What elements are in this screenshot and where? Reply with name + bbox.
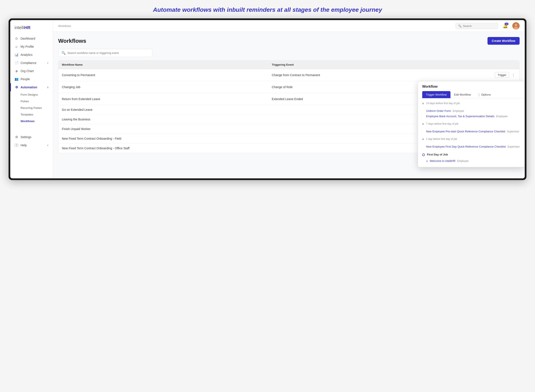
workflow-name: New Fixed Term Contract Onboarding - Fie… [62,137,272,140]
sidebar-item-my-profile[interactable]: ☺ My Profile [10,42,53,51]
search-input[interactable] [463,24,495,28]
app-frame: intelliHR ⊙ Dashboard ☺ My Profile 📊 Ana… [9,19,526,180]
sidebar-item-workflows[interactable]: Workflows [10,118,53,125]
topbar-search[interactable]: 🔍 [455,23,498,29]
timeline-item-role: Supervisor [507,145,520,148]
popup-tabs: Trigger Workflow Edit Workflow ⋮ Options [418,91,525,98]
topbar: Workflows 🔍 🔔 14 [53,20,525,32]
workflow-name: Converting to Permanent [62,73,272,77]
more-options-button[interactable]: ⋮ [511,73,516,77]
timeline-section-1day: 1 day before first day of job New Employ… [422,138,520,149]
workflow-search-icon: 🔍 [62,51,66,55]
tab-options[interactable]: ⋮ Options [475,91,494,98]
sidebar-item-recurring-pulses[interactable]: Recurring Pulses [10,105,53,111]
sidebar-item-pulses[interactable]: Pulses [10,98,53,105]
timeline-item: New Employee Pre-start Quick Reference C… [422,129,520,134]
automation-icon: ⚙ [14,85,19,89]
help-icon: ? [14,143,19,147]
sidebar-label-settings: Settings [21,135,31,139]
col-workflow-name: Workflow Name [62,63,272,66]
sidebar-label-automation: Automation [21,86,37,89]
sidebar-item-help[interactable]: ? Help ∨ [10,141,53,149]
workflow-name: Finish Unpaid Worker [62,127,272,131]
content-area: Workflows Create Workflow 🔍 Workflow Nam… [53,32,525,178]
sidebar-label-help: Help [21,144,27,147]
sidebar-label-form-designs: Form Designs [21,93,38,96]
timeline-row-7days: 7 days before first day of job [422,122,520,127]
table-row: Converting to Permanent Change from Cont… [58,69,519,81]
sidebar-label-recurring-pulses: Recurring Pulses [21,106,42,109]
sidebar-item-org-chart[interactable]: ⬗ Org Chart [10,67,53,75]
timeline-label-1day: 1 day before first day of job [426,138,457,140]
timeline-section-7days: 7 days before first day of job New Emplo… [422,122,520,134]
popup-body: 14 days before first day of job Uniform … [418,98,525,167]
workflow-search-input[interactable] [67,51,149,55]
sidebar-label-my-profile: My Profile [21,45,34,48]
org-chart-icon: ⬗ [14,69,19,73]
main-area: Workflows 🔍 🔔 14 [53,20,525,178]
row-actions: Trigger ⋮ [482,72,516,78]
logo-secondary: HR [24,25,31,30]
welcome-item-role: Employee [457,159,469,163]
workflow-search-bar[interactable]: 🔍 [58,49,152,57]
help-chevron: ∨ [47,144,49,147]
welcome-item-name[interactable]: Welcome to intelliHR [430,159,455,163]
sidebar-item-templates[interactable]: Templates [10,111,53,118]
sidebar-item-people[interactable]: 👥 People [10,75,53,83]
timeline-row-1day: 1 day before first day of job [422,138,520,142]
sidebar: intelliHR ⊙ Dashboard ☺ My Profile 📊 Ana… [10,20,53,178]
workflows-heading: Workflows [58,38,86,44]
compliance-chevron: ∨ [47,62,49,64]
tab-edit-workflow[interactable]: Edit Workflow [450,91,475,98]
timeline-item: Uniform Order Form Employee [422,108,520,114]
analytics-icon: 📊 [14,53,19,57]
timeline-section-14days: 14 days before first day of job Uniform … [422,102,520,119]
logo-primary: intelli [14,25,24,30]
timeline-item-name[interactable]: Uniform Order Form [426,109,451,112]
my-profile-icon: ☺ [14,45,19,49]
workflow-name: Leaving the Business [62,118,272,121]
welcome-item: ∨ Welcome to intelliHR Employee [422,158,520,163]
timeline-dot [422,138,424,140]
breadcrumb: Workflows [58,24,452,28]
sidebar-item-settings[interactable]: ⚙ Settings [10,133,53,141]
dashboard-icon: ⊙ [14,37,19,40]
sidebar-label-people: People [21,77,30,81]
app-inner: intelliHR ⊙ Dashboard ☺ My Profile 📊 Ana… [10,20,525,178]
triggering-event: Change from Contract to Permanent [272,73,482,77]
workflow-name: Go on Extended Leave [62,108,272,112]
sidebar-item-analytics[interactable]: 📊 Analytics [10,51,53,59]
popup-title: Workflow [418,81,525,89]
notification-badge: 14 [505,23,508,25]
first-day-dot [422,154,425,156]
create-workflow-button[interactable]: Create Workflow [488,37,520,45]
welcome-chevron: ∨ [426,159,428,163]
timeline-item: Employee Bank Account, Tax & Superannuat… [422,114,520,119]
workflow-popup: Workflow Trigger Workflow Edit Workflow … [418,81,525,167]
workflow-name: New Fixed Term Contract Onboarding - Off… [62,146,272,150]
timeline-item-name[interactable]: New Employee First Day Quick Reference C… [426,145,506,148]
tab-trigger-workflow[interactable]: Trigger Workflow [422,91,450,98]
page-title: Automate workflows with inbuilt reminder… [9,6,526,13]
timeline-label-14days: 14 days before first day of job [426,102,460,105]
notification-button[interactable]: 🔔 14 [502,22,509,29]
sidebar-item-automation[interactable]: ⚙ Automation ∧ [10,83,53,91]
user-avatar[interactable] [512,22,520,29]
timeline-item-name[interactable]: Employee Bank Account, Tax & Superannuat… [426,115,494,118]
avatar-image [512,22,520,29]
people-icon: 👥 [14,77,19,81]
svg-point-1 [515,24,517,26]
trigger-button[interactable]: Trigger [495,72,509,78]
timeline-label-7days: 7 days before first day of job [426,122,458,125]
sidebar-label-compliance: Compliance [21,61,36,65]
first-day-row: First Day of Job [422,153,520,156]
sidebar-item-dashboard[interactable]: ⊙ Dashboard [10,34,53,42]
sidebar-item-form-designs[interactable]: Form Designs [10,91,53,98]
table-header: Workflow Name Triggering Event [58,61,519,69]
first-day-label: First Day of Job [427,153,448,156]
col-triggering-event: Triggering Event [272,63,482,66]
timeline-item-name[interactable]: New Employee Pre-start Quick Reference C… [426,130,505,133]
sidebar-item-compliance[interactable]: 📄 Compliance ∨ [10,59,53,67]
settings-icon: ⚙ [14,135,19,139]
automation-chevron: ∧ [47,86,49,89]
